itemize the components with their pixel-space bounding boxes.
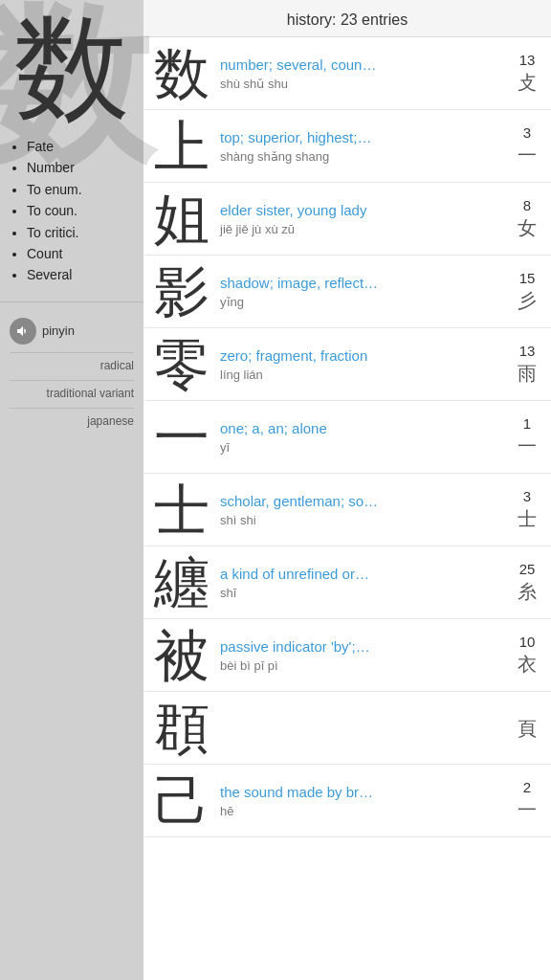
japanese-label: japanese <box>10 414 134 428</box>
table-row[interactable]: 己the sound made by br…hē2一 <box>143 765 551 837</box>
entry-middle: zero; fragment, fractionlíng lián <box>214 346 513 382</box>
entry-right: 13攴 <box>513 52 541 96</box>
table-row[interactable]: 纏a kind of unrefined or…shī25糸 <box>143 546 551 619</box>
japanese-row: japanese <box>10 414 134 428</box>
entry-right: 頁 <box>513 714 541 742</box>
radical-label: radical <box>10 359 134 372</box>
entry-radical: 雨 <box>518 361 537 387</box>
entry-radical: 一 <box>518 434 537 459</box>
entry-middle: the sound made by br…hē <box>214 783 513 818</box>
table-row[interactable]: 士scholar, gentleman; so…shì shi3士 <box>143 474 551 546</box>
entry-pinyin: shù shǔ shu <box>220 77 507 91</box>
entry-right: 13雨 <box>513 343 541 387</box>
entry-radical: 彡 <box>518 288 537 314</box>
table-row[interactable]: 姐elder sister, young ladyjiě jiě jù xù z… <box>143 183 551 256</box>
sidebar-divider-1 <box>0 301 143 302</box>
table-row[interactable]: 一one; a, an; aloneyī1一 <box>143 401 551 474</box>
entry-meaning: number; several, coun… <box>220 56 507 75</box>
sidebar-info: pinyin radical traditional variant japan… <box>0 308 143 441</box>
entry-radical: 士 <box>518 506 537 532</box>
entry-meaning: scholar, gentleman; so… <box>220 492 507 511</box>
table-row[interactable]: 頵頁 <box>143 692 551 765</box>
entry-middle: top; superior, highest;…shàng shǎng shan… <box>214 128 513 164</box>
entry-strokes: 3 <box>523 488 531 504</box>
entry-pinyin: shī <box>220 586 507 600</box>
radical-row: radical <box>10 359 134 372</box>
entry-list[interactable]: 数number; several, coun…shù shǔ shu13攴上to… <box>143 37 551 980</box>
entry-pinyin: shàng shǎng shang <box>220 149 507 164</box>
entry-strokes: 2 <box>523 779 531 795</box>
table-row[interactable]: 被passive indicator 'by';…bèi bì pī pì10衣 <box>143 619 551 692</box>
traditional-variant-label: traditional variant <box>10 387 134 400</box>
entry-pinyin: líng lián <box>220 368 507 382</box>
entry-middle: one; a, an; aloneyī <box>214 419 513 455</box>
speaker-icon[interactable] <box>10 318 36 345</box>
sidebar-divider-2 <box>10 352 134 353</box>
entry-kanji-char: 士 <box>149 482 214 538</box>
meaning-item: Count <box>27 243 134 264</box>
sidebar-meanings: FateNumberTo enum.To coun.To critici.Cou… <box>0 124 143 296</box>
pinyin-label: pinyin <box>42 323 75 338</box>
entry-right: 3士 <box>513 488 541 532</box>
entry-pinyin: hē <box>220 804 507 818</box>
entry-middle <box>214 727 513 729</box>
entry-kanji-char: 被 <box>149 628 214 683</box>
entry-kanji-char: 影 <box>149 264 214 320</box>
entry-pinyin: yǐng <box>220 295 507 309</box>
entry-strokes: 3 <box>523 124 531 141</box>
entry-middle: a kind of unrefined or…shī <box>214 565 513 600</box>
entry-kanji-char: 己 <box>149 773 214 829</box>
entry-right: 1一 <box>513 415 541 459</box>
traditional-variant-row: traditional variant <box>10 387 134 400</box>
entry-middle: number; several, coun…shù shǔ shu <box>214 56 513 91</box>
entry-meaning: a kind of unrefined or… <box>220 565 507 584</box>
entry-meaning: the sound made by br… <box>220 783 507 802</box>
entry-meaning: passive indicator 'by';… <box>220 637 507 657</box>
entry-strokes: 15 <box>519 270 536 286</box>
entry-pinyin: bèi bì pī pì <box>220 658 507 673</box>
entry-right: 2一 <box>513 779 541 823</box>
meaning-item: Fate <box>27 136 134 157</box>
table-row[interactable]: 零zero; fragment, fractionlíng lián13雨 <box>143 328 551 401</box>
history-header: history: 23 entries <box>143 0 551 37</box>
entry-radical: 糸 <box>518 579 537 605</box>
entry-right: 3一 <box>513 124 541 168</box>
entry-meaning: shadow; image, reflect… <box>220 274 507 293</box>
table-row[interactable]: 数number; several, coun…shù shǔ shu13攴 <box>143 37 551 110</box>
sidebar-pinyin-row[interactable]: pinyin <box>10 318 134 345</box>
entry-kanji-char: 纏 <box>149 555 214 611</box>
entry-strokes: 25 <box>519 561 536 577</box>
entry-right: 25糸 <box>513 561 541 605</box>
meaning-item: To coun. <box>27 200 134 221</box>
entry-meaning: elder sister, young lady <box>220 201 507 220</box>
entry-strokes: 10 <box>519 634 536 650</box>
entry-strokes: 13 <box>519 52 536 68</box>
entry-pinyin: jiě jiě jù xù zū <box>220 222 507 236</box>
entry-kanji-char: 数 <box>149 46 214 101</box>
entry-kanji-char: 零 <box>149 337 214 392</box>
table-row[interactable]: 影shadow; image, reflect…yǐng15彡 <box>143 256 551 328</box>
entry-strokes: 8 <box>523 197 531 213</box>
entry-radical: 攴 <box>518 70 537 96</box>
entry-middle: elder sister, young ladyjiě jiě jù xù zū <box>214 201 513 236</box>
entry-right: 10衣 <box>513 634 541 678</box>
meaning-item: To critici. <box>27 222 134 243</box>
entry-radical: 一 <box>518 143 537 168</box>
entry-pinyin: shì shi <box>220 513 507 527</box>
entry-radical: 頁 <box>518 716 537 742</box>
table-row[interactable]: 上top; superior, highest;…shàng shǎng sha… <box>143 110 551 183</box>
entry-strokes: 1 <box>523 415 531 432</box>
main-content: history: 23 entries 数number; several, co… <box>143 0 551 980</box>
meaning-item: Number <box>27 157 134 178</box>
sidebar-main-char: 数 <box>0 0 143 124</box>
entry-radical: 衣 <box>518 652 537 678</box>
meaning-item: Several <box>27 264 134 285</box>
entry-middle: scholar, gentleman; so…shì shi <box>214 492 513 527</box>
entry-right: 8女 <box>513 197 541 241</box>
entry-meaning: one; a, an; alone <box>220 419 507 438</box>
sidebar: 数 数 FateNumberTo enum.To coun.To critici… <box>0 0 143 980</box>
entry-right: 15彡 <box>513 270 541 314</box>
sidebar-divider-4 <box>10 408 134 409</box>
meaning-item: To enum. <box>27 179 134 200</box>
entry-kanji-char: 頵 <box>149 701 214 756</box>
